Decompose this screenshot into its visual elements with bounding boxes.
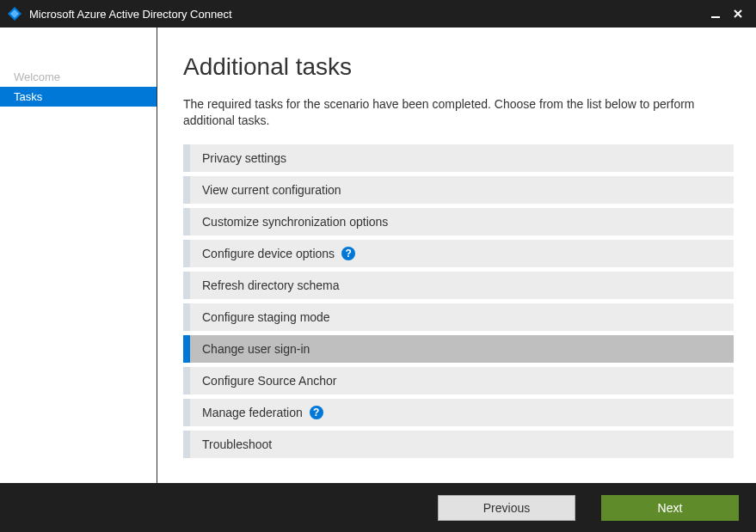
task-item-label: Refresh directory schema: [202, 278, 340, 292]
main-panel: Additional tasks The required tasks for …: [157, 28, 756, 483]
previous-button[interactable]: Previous: [438, 495, 575, 521]
next-button[interactable]: Next: [601, 495, 739, 521]
task-item-customize-synchronization-options[interactable]: Customize synchronization options: [183, 208, 734, 235]
minimize-button[interactable]: [704, 3, 727, 25]
help-icon[interactable]: ?: [310, 406, 323, 419]
task-item-view-current-configuration[interactable]: View current configuration: [183, 176, 734, 204]
page-description: The required tasks for the scenario have…: [183, 96, 734, 129]
task-item-configure-source-anchor[interactable]: Configure Source Anchor: [183, 367, 734, 394]
sidebar-item-welcome[interactable]: Welcome: [0, 67, 157, 87]
sidebar-item-label: Welcome: [14, 70, 60, 83]
page-title: Additional tasks: [183, 53, 734, 81]
task-item-label: Troubleshoot: [202, 437, 272, 451]
task-item-label: Configure device options: [202, 247, 335, 260]
task-item-label: View current configuration: [202, 183, 341, 197]
sidebar-item-tasks[interactable]: Tasks: [0, 87, 157, 107]
task-item-privacy-settings[interactable]: Privacy settings: [183, 144, 734, 172]
task-item-label: Configure Source Anchor: [202, 374, 336, 388]
task-item-refresh-directory-schema[interactable]: Refresh directory schema: [183, 272, 734, 299]
app-logo-icon: [7, 6, 22, 21]
svg-rect-3: [711, 16, 720, 18]
titlebar: Microsoft Azure Active Directory Connect: [0, 0, 756, 28]
task-item-stripe: [183, 144, 190, 172]
task-item-stripe: [183, 431, 190, 458]
task-item-stripe: [183, 303, 190, 331]
task-item-stripe: [183, 176, 190, 204]
task-item-change-user-sign-in[interactable]: Change user sign-in: [183, 335, 734, 363]
task-item-stripe: [183, 240, 190, 267]
sidebar: WelcomeTasks: [0, 28, 157, 483]
task-item-stripe: [183, 399, 190, 426]
task-item-label: Configure staging mode: [202, 310, 330, 324]
task-item-label: Customize synchronization options: [202, 215, 388, 229]
window-title: Microsoft Azure Active Directory Connect: [29, 8, 704, 21]
task-item-label: Privacy settings: [202, 151, 286, 165]
task-item-configure-staging-mode[interactable]: Configure staging mode: [183, 303, 734, 331]
task-item-stripe: [183, 367, 190, 394]
help-icon[interactable]: ?: [341, 247, 355, 260]
task-item-manage-federation[interactable]: Manage federation?: [183, 399, 734, 426]
task-item-label: Change user sign-in: [202, 342, 310, 356]
task-item-stripe: [183, 335, 190, 363]
task-item-stripe: [183, 272, 190, 299]
sidebar-item-label: Tasks: [14, 90, 42, 103]
body: WelcomeTasks Additional tasks The requir…: [0, 28, 756, 483]
task-item-troubleshoot[interactable]: Troubleshoot: [183, 431, 734, 458]
footer: Previous Next: [0, 483, 756, 532]
task-item-configure-device-options[interactable]: Configure device options?: [183, 240, 734, 267]
close-button[interactable]: [727, 3, 749, 25]
task-list: Privacy settingsView current configurati…: [183, 144, 734, 458]
task-item-label: Manage federation: [202, 406, 303, 419]
task-item-stripe: [183, 208, 190, 235]
